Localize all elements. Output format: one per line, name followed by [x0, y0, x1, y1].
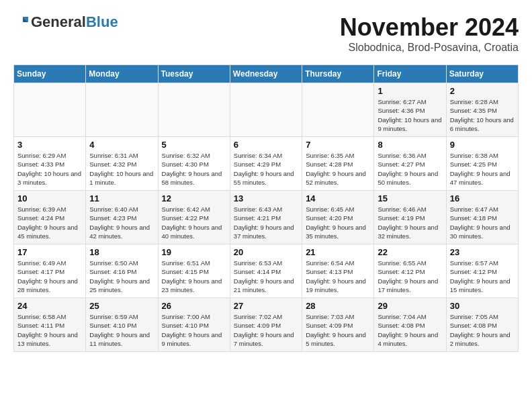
- day-number: 20: [234, 247, 298, 257]
- day-info: Sunrise: 6:29 AM Sunset: 4:33 PM Dayligh…: [17, 151, 82, 187]
- day-cell: 20Sunrise: 6:53 AM Sunset: 4:14 PM Dayli…: [230, 244, 302, 298]
- day-number: 12: [162, 193, 226, 203]
- day-info: Sunrise: 6:35 AM Sunset: 4:28 PM Dayligh…: [306, 151, 370, 187]
- day-cell: 15Sunrise: 6:46 AM Sunset: 4:19 PM Dayli…: [374, 191, 446, 244]
- day-info: Sunrise: 6:32 AM Sunset: 4:30 PM Dayligh…: [162, 151, 226, 187]
- day-info: Sunrise: 6:53 AM Sunset: 4:14 PM Dayligh…: [234, 259, 298, 294]
- day-cell: 2Sunrise: 6:28 AM Sunset: 4:35 PM Daylig…: [446, 83, 518, 137]
- day-number: 21: [306, 247, 370, 257]
- day-info: Sunrise: 6:54 AM Sunset: 4:13 PM Dayligh…: [306, 259, 370, 294]
- header: GeneralBlue November 2024 Slobodnica, Br…: [13, 13, 519, 54]
- week-row-3: 10Sunrise: 6:39 AM Sunset: 4:24 PM Dayli…: [14, 191, 519, 244]
- day-number: 25: [89, 301, 154, 311]
- day-number: 13: [234, 193, 298, 203]
- day-cell: [302, 83, 374, 137]
- day-number: 16: [450, 193, 515, 203]
- day-number: 26: [162, 301, 226, 311]
- day-info: Sunrise: 6:39 AM Sunset: 4:24 PM Dayligh…: [17, 205, 82, 240]
- day-cell: 25Sunrise: 6:59 AM Sunset: 4:10 PM Dayli…: [86, 298, 158, 352]
- day-number: 1: [378, 86, 442, 96]
- day-cell: 11Sunrise: 6:40 AM Sunset: 4:23 PM Dayli…: [86, 191, 158, 244]
- day-cell: 7Sunrise: 6:35 AM Sunset: 4:28 PM Daylig…: [302, 137, 374, 191]
- day-cell: 29Sunrise: 7:04 AM Sunset: 4:08 PM Dayli…: [374, 298, 446, 352]
- week-row-5: 24Sunrise: 6:58 AM Sunset: 4:11 PM Dayli…: [14, 298, 519, 352]
- day-info: Sunrise: 6:27 AM Sunset: 4:36 PM Dayligh…: [378, 97, 442, 133]
- logo-general-text: General: [31, 13, 86, 31]
- day-cell: 28Sunrise: 7:03 AM Sunset: 4:09 PM Dayli…: [302, 298, 374, 352]
- day-info: Sunrise: 6:43 AM Sunset: 4:21 PM Dayligh…: [234, 205, 298, 240]
- day-cell: 30Sunrise: 7:05 AM Sunset: 4:08 PM Dayli…: [446, 298, 518, 352]
- day-cell: 12Sunrise: 6:42 AM Sunset: 4:22 PM Dayli…: [158, 191, 230, 244]
- col-header-tuesday: Tuesday: [158, 65, 230, 83]
- day-cell: 1Sunrise: 6:27 AM Sunset: 4:36 PM Daylig…: [374, 83, 446, 137]
- day-number: 15: [378, 193, 442, 203]
- day-info: Sunrise: 6:49 AM Sunset: 4:17 PM Dayligh…: [17, 259, 82, 294]
- day-info: Sunrise: 7:00 AM Sunset: 4:10 PM Dayligh…: [162, 312, 226, 348]
- logo-blue-text: Blue: [86, 13, 118, 31]
- day-number: 17: [17, 247, 82, 257]
- day-info: Sunrise: 7:03 AM Sunset: 4:09 PM Dayligh…: [306, 312, 370, 348]
- calendar-table: SundayMondayTuesdayWednesdayThursdayFrid…: [13, 64, 519, 352]
- col-header-monday: Monday: [86, 65, 158, 83]
- day-info: Sunrise: 6:28 AM Sunset: 4:35 PM Dayligh…: [450, 97, 515, 133]
- day-number: 30: [450, 301, 515, 311]
- day-info: Sunrise: 7:05 AM Sunset: 4:08 PM Dayligh…: [450, 312, 515, 348]
- day-info: Sunrise: 6:58 AM Sunset: 4:11 PM Dayligh…: [17, 312, 82, 348]
- day-number: 22: [378, 247, 442, 257]
- day-number: 8: [378, 140, 442, 150]
- day-number: 2: [450, 86, 515, 96]
- col-header-saturday: Saturday: [446, 65, 518, 83]
- day-number: 29: [378, 301, 442, 311]
- day-info: Sunrise: 7:04 AM Sunset: 4:08 PM Dayligh…: [378, 312, 442, 348]
- month-year: November 2024: [340, 13, 519, 42]
- day-cell: 27Sunrise: 7:02 AM Sunset: 4:09 PM Dayli…: [230, 298, 302, 352]
- day-number: 23: [450, 247, 515, 257]
- col-header-thursday: Thursday: [302, 65, 374, 83]
- day-info: Sunrise: 6:51 AM Sunset: 4:15 PM Dayligh…: [162, 259, 226, 294]
- day-number: 3: [17, 140, 82, 150]
- title-block: November 2024 Slobodnica, Brod-Posavina,…: [340, 13, 519, 54]
- day-cell: 5Sunrise: 6:32 AM Sunset: 4:30 PM Daylig…: [158, 137, 230, 191]
- day-number: 9: [450, 140, 515, 150]
- day-cell: 26Sunrise: 7:00 AM Sunset: 4:10 PM Dayli…: [158, 298, 230, 352]
- day-cell: 18Sunrise: 6:50 AM Sunset: 4:16 PM Dayli…: [86, 244, 158, 298]
- day-info: Sunrise: 6:45 AM Sunset: 4:20 PM Dayligh…: [306, 205, 370, 240]
- day-number: 27: [234, 301, 298, 311]
- day-info: Sunrise: 6:47 AM Sunset: 4:18 PM Dayligh…: [450, 205, 515, 240]
- day-cell: [86, 83, 158, 137]
- day-cell: 22Sunrise: 6:55 AM Sunset: 4:12 PM Dayli…: [374, 244, 446, 298]
- day-number: 5: [162, 140, 226, 150]
- day-cell: 4Sunrise: 6:31 AM Sunset: 4:32 PM Daylig…: [86, 137, 158, 191]
- day-cell: 6Sunrise: 6:34 AM Sunset: 4:29 PM Daylig…: [230, 137, 302, 191]
- location: Slobodnica, Brod-Posavina, Croatia: [340, 42, 519, 54]
- day-info: Sunrise: 7:02 AM Sunset: 4:09 PM Dayligh…: [234, 312, 298, 348]
- day-cell: 14Sunrise: 6:45 AM Sunset: 4:20 PM Dayli…: [302, 191, 374, 244]
- day-info: Sunrise: 6:36 AM Sunset: 4:27 PM Dayligh…: [378, 151, 442, 187]
- day-cell: 17Sunrise: 6:49 AM Sunset: 4:17 PM Dayli…: [14, 244, 86, 298]
- day-info: Sunrise: 6:34 AM Sunset: 4:29 PM Dayligh…: [234, 151, 298, 187]
- day-number: 19: [162, 247, 226, 257]
- day-info: Sunrise: 6:59 AM Sunset: 4:10 PM Dayligh…: [89, 312, 154, 348]
- day-info: Sunrise: 6:31 AM Sunset: 4:32 PM Dayligh…: [89, 151, 154, 187]
- col-header-friday: Friday: [374, 65, 446, 83]
- day-cell: 13Sunrise: 6:43 AM Sunset: 4:21 PM Dayli…: [230, 191, 302, 244]
- day-info: Sunrise: 6:46 AM Sunset: 4:19 PM Dayligh…: [378, 205, 442, 240]
- day-cell: 19Sunrise: 6:51 AM Sunset: 4:15 PM Dayli…: [158, 244, 230, 298]
- day-info: Sunrise: 6:38 AM Sunset: 4:25 PM Dayligh…: [450, 151, 515, 187]
- week-row-4: 17Sunrise: 6:49 AM Sunset: 4:17 PM Dayli…: [14, 244, 519, 298]
- day-cell: 24Sunrise: 6:58 AM Sunset: 4:11 PM Dayli…: [14, 298, 86, 352]
- week-row-1: 1Sunrise: 6:27 AM Sunset: 4:36 PM Daylig…: [14, 83, 519, 137]
- day-info: Sunrise: 6:42 AM Sunset: 4:22 PM Dayligh…: [162, 205, 226, 240]
- col-header-sunday: Sunday: [14, 65, 86, 83]
- day-number: 6: [234, 140, 298, 150]
- day-number: 14: [306, 193, 370, 203]
- day-info: Sunrise: 6:50 AM Sunset: 4:16 PM Dayligh…: [89, 259, 154, 294]
- day-info: Sunrise: 6:40 AM Sunset: 4:23 PM Dayligh…: [89, 205, 154, 240]
- day-number: 4: [89, 140, 154, 150]
- col-header-wednesday: Wednesday: [230, 65, 302, 83]
- day-cell: 21Sunrise: 6:54 AM Sunset: 4:13 PM Dayli…: [302, 244, 374, 298]
- day-cell: 9Sunrise: 6:38 AM Sunset: 4:25 PM Daylig…: [446, 137, 518, 191]
- day-number: 18: [89, 247, 154, 257]
- day-info: Sunrise: 6:57 AM Sunset: 4:12 PM Dayligh…: [450, 259, 515, 294]
- day-cell: 10Sunrise: 6:39 AM Sunset: 4:24 PM Dayli…: [14, 191, 86, 244]
